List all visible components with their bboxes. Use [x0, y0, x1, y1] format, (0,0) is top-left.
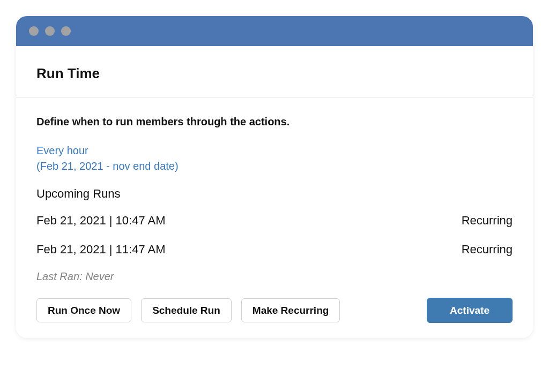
schedule-run-button[interactable]: Schedule Run: [141, 298, 232, 322]
action-button-row: Run Once Now Schedule Run Make Recurring…: [36, 298, 513, 323]
description-text: Define when to run members through the a…: [36, 116, 513, 128]
last-ran-text: Last Ran: Never: [36, 270, 513, 283]
window-titlebar: [16, 16, 533, 46]
page-title: Run Time: [36, 65, 513, 82]
schedule-daterange-text: (Feb 21, 2021 - nov end date): [36, 159, 179, 174]
make-recurring-button[interactable]: Make Recurring: [241, 298, 340, 322]
run-datetime: Feb 21, 2021 | 10:47 AM: [36, 214, 166, 228]
run-row: Feb 21, 2021 | 11:47 AM Recurring: [36, 243, 513, 257]
run-once-now-button[interactable]: Run Once Now: [36, 298, 131, 322]
window-control-minimize[interactable]: [45, 26, 55, 36]
run-row: Feb 21, 2021 | 10:47 AM Recurring: [36, 214, 513, 228]
app-window: Run Time Define when to run members thro…: [16, 16, 533, 338]
upcoming-runs-list: Feb 21, 2021 | 10:47 AM Recurring Feb 21…: [36, 214, 513, 257]
schedule-summary-link[interactable]: Every hour (Feb 21, 2021 - nov end date): [36, 143, 179, 174]
run-type: Recurring: [462, 214, 513, 228]
run-datetime: Feb 21, 2021 | 11:47 AM: [36, 243, 166, 257]
activate-button[interactable]: Activate: [427, 298, 513, 323]
window-control-maximize[interactable]: [61, 26, 71, 36]
window-control-close[interactable]: [29, 26, 39, 36]
upcoming-runs-heading: Upcoming Runs: [36, 187, 513, 201]
schedule-frequency-text: Every hour: [36, 143, 179, 159]
run-type: Recurring: [462, 243, 513, 257]
header-section: Run Time: [16, 46, 533, 97]
content-section: Define when to run members through the a…: [16, 97, 533, 338]
